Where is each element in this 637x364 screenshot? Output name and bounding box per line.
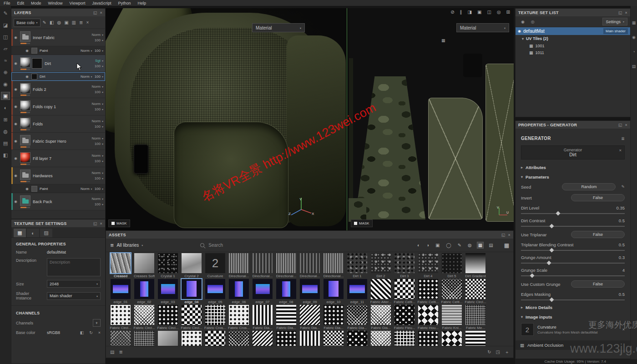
asset-list-view-icon[interactable]: ▤ xyxy=(110,349,114,354)
layer-row[interactable]: ◉ Folds copy 1 Norm▾ 100▾ xyxy=(11,98,105,115)
blend-mode-select[interactable]: Norm▾ xyxy=(91,102,103,106)
tab-channels-icon[interactable]: ◐ xyxy=(27,229,39,237)
add-smart-material-icon[interactable]: ◍ xyxy=(57,20,61,25)
filter-smart-masks-icon[interactable]: ▣ xyxy=(435,242,440,248)
blend-mode-select[interactable]: Norm▾ xyxy=(81,75,92,79)
dirt-contrast-value[interactable]: 0.5 xyxy=(619,218,625,223)
layer-name[interactable]: Hardwares xyxy=(32,174,91,178)
asset-item[interactable]: Directional... xyxy=(227,252,251,278)
visibility-icon[interactable]: ◉ xyxy=(13,139,19,143)
slider-knob[interactable] xyxy=(550,298,554,302)
display-settings-tool-icon[interactable]: ◧ xyxy=(1,151,10,159)
generator-menu-icon[interactable]: ≣ xyxy=(621,136,625,141)
blend-mode-select[interactable]: Norm▾ xyxy=(91,154,103,158)
float-panel-icon[interactable]: ◱ xyxy=(618,10,622,15)
asset-item[interactable]: Fabric Celti... xyxy=(393,278,416,304)
filter-materials-icon[interactable]: ◐ xyxy=(416,242,421,248)
asset-item[interactable]: Fabric Celti... xyxy=(416,278,440,304)
asset-item[interactable]: Dirt 1 xyxy=(345,252,369,278)
layer-row[interactable]: ◉ Back Pack Norm▾ 100▾ xyxy=(11,193,105,210)
use-custom-grunge-toggle[interactable]: False xyxy=(571,280,625,288)
visibility-icon[interactable]: ◉ xyxy=(24,75,30,79)
asset-item[interactable]: Fabric Circl... xyxy=(109,304,132,330)
asset-item[interactable]: Fabric Kni... xyxy=(440,304,464,330)
size-select[interactable]: 2048▾ xyxy=(47,280,101,288)
filter-brushes-icon[interactable]: ✎ xyxy=(457,242,462,248)
asset-item[interactable]: Fabric Cros... xyxy=(203,304,227,330)
remove-generator-icon[interactable]: × xyxy=(619,148,622,153)
paint-tool-icon[interactable]: ✎ xyxy=(1,10,10,17)
asset-item[interactable] xyxy=(298,330,322,346)
layer-opacity-mini-slider[interactable] xyxy=(20,95,30,96)
sublayer-name[interactable]: Paint xyxy=(39,187,78,191)
asset-item[interactable]: Fabric Cros... xyxy=(227,304,251,330)
polygon-fill-tool-icon[interactable]: ▱ xyxy=(1,45,10,52)
split-view-icon[interactable]: ◫ xyxy=(487,10,491,15)
add-paint-layer-icon[interactable]: ✎ xyxy=(43,20,46,25)
float-panel-icon[interactable]: ◱ xyxy=(93,221,97,226)
layer-sub-row[interactable]: ◉ Paint Norm▾ 100▾ xyxy=(11,184,105,193)
dock-history-icon[interactable]: ◔ xyxy=(632,50,635,54)
material-mask-compare-icon[interactable]: ◨ xyxy=(468,10,472,15)
layer-name[interactable]: Folds 2 xyxy=(32,87,91,92)
asset-item[interactable]: Dirt 5 xyxy=(440,252,464,278)
filter-particles-icon[interactable]: ◍ xyxy=(467,242,473,248)
layer-opacity-mini-slider[interactable] xyxy=(20,181,30,182)
library-select[interactable]: ≣ All libraries ▾ xyxy=(110,243,143,248)
dirt-contrast-slider[interactable]: Dirt Contrast 0.5 xyxy=(521,218,625,227)
projection-tool-icon[interactable]: ◫ xyxy=(1,33,10,40)
show-all-icon[interactable]: ◉ xyxy=(521,20,525,24)
eraser-tool-icon[interactable]: ◪ xyxy=(1,21,10,29)
dirt-level-value[interactable]: 0.35 xyxy=(617,205,625,210)
asset-item[interactable]: Crystal 1 xyxy=(156,252,180,278)
asset-item[interactable]: Fabric Dia... xyxy=(322,304,345,330)
opacity-select[interactable]: 100▾ xyxy=(95,176,103,180)
opacity-select[interactable]: 100▾ xyxy=(95,75,103,79)
close-panel-icon[interactable]: × xyxy=(508,233,511,237)
texture-set-settings-button[interactable]: Settings▾ xyxy=(602,18,627,25)
asset-item[interactable]: Dirt 4 xyxy=(416,252,440,278)
blend-mode-select[interactable]: Norm▾ xyxy=(81,187,92,191)
layer-row[interactable]: ◉ Hardwares Norm▾ 100▾ xyxy=(11,167,105,184)
asset-item[interactable] xyxy=(464,330,487,346)
layer-stack-menu-icon[interactable]: ≣ xyxy=(79,20,83,25)
asset-item[interactable]: Dirt Gradient xyxy=(464,252,487,278)
layer-opacity-mini-slider[interactable] xyxy=(20,129,30,130)
color-swatch-icon[interactable]: ◧ xyxy=(80,330,84,335)
edges-masking-slider[interactable]: Edges Masking 0.5 xyxy=(521,292,625,300)
filter-smart-materials-icon[interactable]: ◑ xyxy=(425,242,430,248)
visibility-icon[interactable]: ◉ xyxy=(24,187,30,191)
visibility-icon[interactable]: ◉ xyxy=(13,61,19,65)
clone-tool-icon[interactable]: ⊕ xyxy=(1,69,10,76)
add-fill-layer-icon[interactable]: ◧ xyxy=(50,20,54,25)
asset-item[interactable]: Fabric Hou... xyxy=(416,304,440,330)
reset-channel-icon[interactable]: ↻ xyxy=(89,330,93,335)
asset-item[interactable] xyxy=(322,330,345,346)
symmetry-tool-icon[interactable]: ◐ xyxy=(1,104,10,111)
smudge-tool-icon[interactable]: ≈ xyxy=(1,57,10,64)
menu-item[interactable]: Help xyxy=(137,1,146,5)
asset-item[interactable]: Dirt 2 xyxy=(369,252,393,278)
sublayer-name[interactable]: Dirt xyxy=(39,75,78,79)
blend-mode-select[interactable]: Norm▾ xyxy=(91,85,103,89)
axis-gizmo[interactable]: Y X Z xyxy=(288,195,315,221)
layer-name[interactable]: Fabric Super Hero xyxy=(32,139,91,144)
dock-display-settings-icon[interactable]: ▤ xyxy=(632,64,636,69)
layer-opacity-mini-slider[interactable] xyxy=(20,207,30,208)
asset-item[interactable]: Fabric Dia... xyxy=(298,304,322,330)
visibility-icon[interactable]: ◉ xyxy=(13,105,19,109)
quick-mask-tool-icon[interactable]: ▣ xyxy=(1,92,10,100)
asset-item[interactable]: edge_10 xyxy=(322,278,345,304)
uv-tile-display-icon[interactable]: ▦ xyxy=(441,38,445,43)
asset-item[interactable] xyxy=(345,330,369,346)
search-input[interactable] xyxy=(207,242,300,248)
float-panel-icon[interactable]: ◱ xyxy=(618,123,622,127)
asset-info-icon[interactable]: ≣ xyxy=(119,349,122,354)
viewport-2d[interactable]: Material▾ ▦ V U MASK xyxy=(348,8,514,230)
shader-instance-select[interactable]: Main shader▾ xyxy=(47,292,101,300)
view-grid-icon[interactable]: ▦ xyxy=(477,242,483,248)
name-value[interactable]: defaultMat xyxy=(47,250,66,254)
dock-shader-settings-icon[interactable]: ◉ xyxy=(632,35,636,40)
opacity-select[interactable]: 100▾ xyxy=(95,142,103,146)
slider-knob[interactable] xyxy=(556,211,561,216)
